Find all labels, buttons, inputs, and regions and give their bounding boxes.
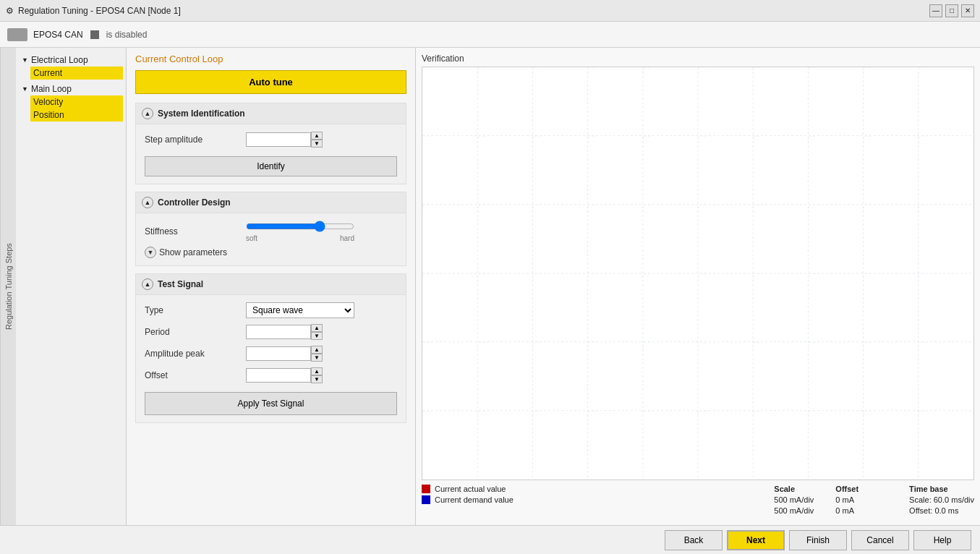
legend-area: Current actual value Current demand valu… (422, 480, 974, 519)
maximize-btn[interactable]: □ (945, 4, 958, 17)
offset-label: Offset (145, 370, 246, 380)
step-amplitude-down[interactable]: ▼ (311, 140, 323, 148)
show-parameters-btn[interactable]: ▼ Show parameters (145, 247, 397, 258)
sidebar-section-header-electrical[interactable]: ▼ Electrical Loop (19, 54, 123, 67)
left-panel: Current Control Loop Auto tune ▲ System … (127, 48, 416, 525)
system-identification-header[interactable]: ▲ System Identification (136, 103, 406, 124)
minimize-btn[interactable]: — (929, 4, 942, 17)
offset-up[interactable]: ▲ (311, 367, 323, 375)
controller-design-section: ▲ Controller Design Stiffness soft hard (135, 192, 406, 266)
type-row: Type Square wave Sine wave Step (145, 302, 397, 318)
legend-row: Current actual value Current demand valu… (422, 485, 974, 515)
finish-button[interactable]: Finish (789, 530, 847, 550)
cancel-button[interactable]: Cancel (851, 530, 909, 550)
type-label: Type (145, 305, 246, 315)
period-input[interactable]: 50 ms (246, 325, 311, 339)
right-panel: Verification (416, 48, 980, 525)
offset-down[interactable]: ▼ (311, 375, 323, 383)
step-amplitude-spinner-btns: ▲ ▼ (311, 132, 323, 148)
sidebar-item-position[interactable]: Position (30, 108, 123, 122)
sidebar-item-velocity[interactable]: Velocity (30, 95, 123, 108)
verification-title: Verification (422, 54, 974, 64)
collapse-system-id-icon[interactable]: ▲ (142, 108, 153, 119)
legend-scale-table: Scale 500 mA/div 500 mA/div Offset 0 mA … (774, 485, 974, 515)
controller-design-header[interactable]: ▲ Controller Design (136, 192, 406, 213)
stiffness-row: Stiffness soft hard (145, 221, 397, 242)
slider-max-label: hard (340, 234, 354, 242)
help-button[interactable]: Help (913, 530, 971, 550)
device-status: is disabled (106, 30, 148, 40)
step-amplitude-input[interactable]: 1000 mA (246, 132, 311, 147)
legend-label-actual: Current actual value (435, 485, 506, 493)
electrical-loop-items: Current (19, 67, 123, 80)
close-btn[interactable]: ✕ (961, 4, 974, 17)
section-title: Current Control Loop (135, 54, 406, 64)
type-select[interactable]: Square wave Sine wave Step (246, 302, 354, 318)
amplitude-peak-spinner-btns: ▲ ▼ (311, 346, 323, 362)
apply-test-signal-button[interactable]: Apply Test Signal (145, 392, 397, 415)
test-signal-section: ▲ Test Signal Type Square wave Sine wave… (135, 273, 406, 423)
legend-offset-col: Offset 0 mA 0 mA (835, 485, 858, 515)
legend-item-actual: Current actual value (422, 485, 514, 493)
titlebar-title: Regulation Tuning - EPOS4 CAN [Node 1] (18, 6, 181, 16)
electrical-loop-label: Electrical Loop (31, 55, 88, 65)
device-icon (7, 28, 27, 41)
app-icon: ⚙ (6, 6, 14, 16)
period-down[interactable]: ▼ (311, 332, 323, 340)
amplitude-peak-row: Amplitude peak 1000 mA ▲ ▼ (145, 346, 397, 362)
auto-tune-button[interactable]: Auto tune (135, 70, 406, 94)
collapse-controller-icon[interactable]: ▲ (142, 197, 153, 208)
device-name: EPOS4 CAN (33, 30, 83, 40)
sidebar-section-main: ▼ Main Loop Velocity Position (19, 82, 123, 122)
legend-items: Current actual value Current demand valu… (422, 485, 514, 504)
amplitude-peak-spinner: 1000 mA ▲ ▼ (246, 346, 323, 362)
sidebar-item-current[interactable]: Current (30, 67, 123, 80)
amplitude-peak-up[interactable]: ▲ (311, 346, 323, 354)
legend-color-actual (422, 485, 430, 493)
controller-design-title: Controller Design (158, 197, 231, 208)
show-params-icon[interactable]: ▼ (145, 247, 156, 258)
period-row: Period 50 ms ▲ ▼ (145, 324, 397, 340)
legend-scale-col: Scale 500 mA/div 500 mA/div (774, 485, 814, 515)
legend-color-demand (422, 495, 430, 504)
amplitude-peak-down[interactable]: ▼ (311, 354, 323, 362)
legend-label-demand: Current demand value (435, 495, 514, 504)
arrow-icon-electrical: ▼ (22, 56, 28, 64)
back-button[interactable]: Back (665, 530, 723, 550)
titlebar: ⚙ Regulation Tuning - EPOS4 CAN [Node 1]… (0, 0, 980, 22)
topbar: EPOS4 CAN is disabled (0, 22, 980, 48)
test-signal-header[interactable]: ▲ Test Signal (136, 274, 406, 295)
stiffness-slider[interactable] (246, 221, 354, 232)
collapse-test-signal-icon[interactable]: ▲ (142, 278, 153, 290)
chart-grid-svg (422, 67, 973, 480)
step-amplitude-label: Step amplitude (145, 135, 246, 145)
sidebar-section-electrical: ▼ Electrical Loop Current (19, 54, 123, 80)
actual-offset: 0 mA (835, 495, 858, 504)
sidebar-nav: ▼ Electrical Loop Current ▼ Main Loop (16, 48, 126, 525)
test-signal-body: Type Square wave Sine wave Step Period 5… (136, 295, 406, 422)
stiffness-label: Stiffness (145, 226, 246, 236)
offset-input[interactable]: 0 mA (246, 368, 311, 383)
timebase-scale-row: Scale: 60.0 ms/div (909, 495, 974, 504)
footer: Back Next Finish Cancel Help (0, 525, 980, 554)
period-up[interactable]: ▲ (311, 324, 323, 332)
timebase-offset-row: Offset: 0.0 ms (909, 506, 974, 515)
sidebar-section-header-main[interactable]: ▼ Main Loop (19, 82, 123, 95)
timebase-offset-label: Offset: (909, 506, 932, 515)
offset-row: Offset 0 mA ▲ ▼ (145, 367, 397, 383)
offset-spinner-btns: ▲ ▼ (311, 367, 323, 383)
system-identification-section: ▲ System Identification Step amplitude 1… (135, 103, 406, 184)
timebase-header: Time base (909, 485, 974, 493)
chart-area (422, 67, 974, 480)
actual-scale: 500 mA/div (774, 495, 814, 504)
legend-timebase-col: Time base Scale: 60.0 ms/div Offset: 0.0… (909, 485, 974, 515)
demand-scale: 500 mA/div (774, 506, 814, 515)
next-button[interactable]: Next (727, 530, 785, 550)
system-identification-body: Step amplitude 1000 mA ▲ ▼ Identify (136, 124, 406, 184)
sidebar-tab-label: Regulation Tuning Steps (0, 48, 16, 525)
test-signal-title: Test Signal (158, 279, 203, 289)
amplitude-peak-input[interactable]: 1000 mA (246, 346, 311, 361)
identify-button[interactable]: Identify (145, 156, 397, 176)
step-amplitude-up[interactable]: ▲ (311, 132, 323, 140)
step-amplitude-spinner: 1000 mA ▲ ▼ (246, 132, 323, 148)
